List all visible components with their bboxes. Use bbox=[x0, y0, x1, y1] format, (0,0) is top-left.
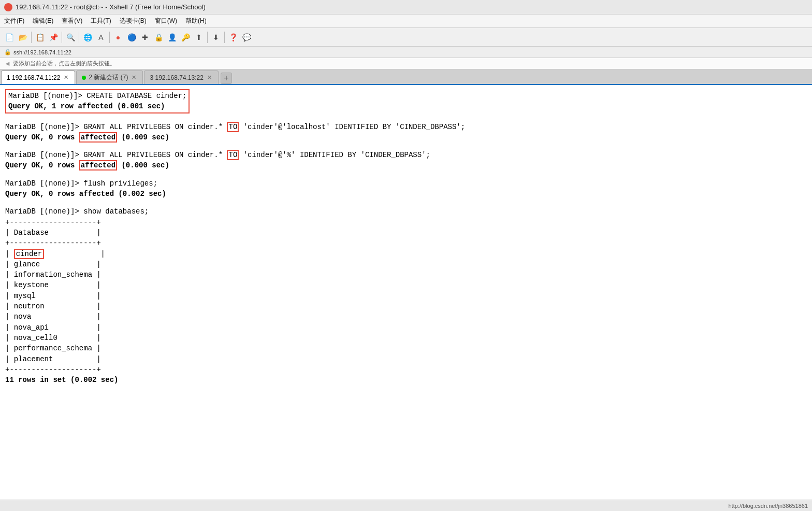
session-bar: 🔒 ssh://192.168.74.11:22 bbox=[0, 47, 812, 58]
terminal-line-8: Query OK, 0 rows affected (0.002 sec) bbox=[5, 189, 807, 199]
menu-view[interactable]: 查看(V) bbox=[62, 17, 82, 25]
status-text: http://blog.csdn.net/jn38651861 bbox=[728, 503, 808, 509]
app-icon bbox=[4, 3, 12, 11]
hint-bar: ◄ 要添加当前会话，点击左侧的箭头按钮。 bbox=[0, 58, 812, 69]
terminal-table-row-perf: | performance_schema | bbox=[5, 343, 807, 353]
terminal-table-header: | Database | bbox=[5, 228, 807, 238]
toolbar-new-btn[interactable]: 📄 bbox=[3, 31, 16, 44]
tab-2[interactable]: 2 新建会话 (7) ✕ bbox=[76, 70, 143, 84]
terminal-line-3: MariaDB [(none)]> GRANT ALL PRIVILEGES O… bbox=[5, 122, 807, 132]
hint-text: 要添加当前会话，点击左侧的箭头按钮。 bbox=[13, 60, 115, 67]
terminal-table-row-info: | information_schema | bbox=[5, 269, 807, 280]
tab-2-label: 2 新建会话 (7) bbox=[89, 73, 128, 82]
terminal-line-1: MariaDB [(none)]> CREATE DATABASE cinder… bbox=[8, 91, 186, 101]
tab-add-button[interactable]: + bbox=[221, 73, 232, 84]
terminal-table-sep: +--------------------+ bbox=[5, 238, 807, 248]
title-bar: 192.168.74.11:22 - root@ct:~ - Xshell 7 … bbox=[0, 0, 812, 15]
tab-1[interactable]: 1 192.168.74.11:22 ✕ bbox=[1, 70, 75, 84]
toolbar-paste-btn[interactable]: 📌 bbox=[47, 31, 60, 44]
terminal-table-row-keystone: | keystone | bbox=[5, 280, 807, 290]
menu-file[interactable]: 文件(F) bbox=[4, 17, 24, 25]
toolbar-red-btn[interactable]: ● bbox=[112, 31, 124, 44]
toolbar-key-btn[interactable]: 🔑 bbox=[179, 31, 192, 44]
toolbar-search-btn[interactable]: 🔍 bbox=[64, 31, 77, 44]
toolbar-download-btn[interactable]: ⬇ bbox=[210, 31, 222, 44]
tab-3-close[interactable]: ✕ bbox=[206, 74, 213, 81]
toolbar-open-btn[interactable]: 📂 bbox=[17, 31, 29, 44]
menu-bar: 文件(F) 编辑(E) 查看(V) 工具(T) 选项卡(B) 窗口(W) 帮助(… bbox=[0, 15, 812, 28]
toolbar-chat-btn[interactable]: 💬 bbox=[240, 31, 253, 44]
toolbar-user-btn[interactable]: 👤 bbox=[166, 31, 178, 44]
toolbar-sep-6 bbox=[224, 32, 225, 43]
terminal-line-9: MariaDB [(none)]> show databases; bbox=[5, 206, 807, 217]
terminal-line-5: MariaDB [(none)]> GRANT ALL PRIVILEGES O… bbox=[5, 150, 807, 160]
menu-help[interactable]: 帮助(H) bbox=[185, 17, 207, 25]
tab-1-close[interactable]: ✕ bbox=[63, 74, 69, 81]
tab-bar: 1 192.168.74.11:22 ✕ 2 新建会话 (7) ✕ 3 192.… bbox=[0, 69, 812, 85]
toolbar-globe-btn[interactable]: 🔵 bbox=[125, 31, 138, 44]
terminal-block-1: MariaDB [(none)]> CREATE DATABASE cinder… bbox=[5, 89, 190, 113]
toolbar-upload-btn[interactable]: ⬆ bbox=[193, 31, 205, 44]
terminal-table-row-placement: | placement | bbox=[5, 354, 807, 364]
tab-3[interactable]: 3 192.168.74.13:22 ✕ bbox=[144, 70, 218, 84]
menu-tabs[interactable]: 选项卡(B) bbox=[120, 17, 147, 25]
tab-3-label: 3 192.168.74.13:22 bbox=[150, 74, 203, 81]
terminal-table-row-nova-cell0: | nova_cell0 | bbox=[5, 333, 807, 343]
menu-tools[interactable]: 工具(T) bbox=[91, 17, 111, 25]
terminal[interactable]: MariaDB [(none)]> CREATE DATABASE cinder… bbox=[0, 85, 812, 500]
tab-2-dot bbox=[82, 76, 86, 80]
toolbar-cross-btn[interactable]: ✚ bbox=[139, 31, 151, 44]
toolbar-copy-btn[interactable]: 📋 bbox=[34, 31, 46, 44]
terminal-table-row-mysql: | mysql | bbox=[5, 291, 807, 301]
tab-2-close[interactable]: ✕ bbox=[130, 74, 137, 81]
menu-window[interactable]: 窗口(W) bbox=[155, 17, 177, 25]
toolbar-sep-2 bbox=[62, 32, 62, 43]
toolbar: 📄 📂 📋 📌 🔍 🌐 A ● 🔵 ✚ 🔒 👤 🔑 ⬆ ⬇ ❓ 💬 bbox=[0, 28, 812, 47]
toolbar-help-btn[interactable]: ❓ bbox=[227, 31, 239, 44]
toolbar-script-btn[interactable]: A bbox=[95, 31, 107, 44]
terminal-table-row-nova: | nova | bbox=[5, 311, 807, 322]
terminal-table-bottom: +--------------------+ bbox=[5, 364, 807, 375]
session-url: ssh://192.168.74.11:22 bbox=[13, 49, 71, 55]
status-bar: http://blog.csdn.net/jn38651861 bbox=[0, 500, 812, 511]
title-text: 192.168.74.11:22 - root@ct:~ - Xshell 7 … bbox=[16, 3, 206, 11]
toolbar-sep-5 bbox=[207, 32, 208, 43]
terminal-line-6: Query OK, 0 rows affected (0.000 sec) bbox=[5, 160, 807, 171]
toolbar-connect-btn[interactable]: 🌐 bbox=[81, 31, 94, 44]
toolbar-sep-1 bbox=[31, 32, 32, 43]
terminal-rowcount: 11 rows in set (0.002 sec) bbox=[5, 375, 807, 385]
tab-1-label: 1 192.168.74.11:22 bbox=[7, 74, 60, 81]
terminal-table-row-cinder: | cinder | bbox=[5, 249, 807, 259]
session-lock-icon: 🔒 bbox=[4, 49, 11, 55]
terminal-line-7: MariaDB [(none)]> flush privileges; bbox=[5, 178, 807, 189]
menu-edit[interactable]: 编辑(E) bbox=[33, 17, 53, 25]
terminal-table-row-nova-api: | nova_api | bbox=[5, 322, 807, 333]
terminal-table-row-glance: | glance | bbox=[5, 259, 807, 269]
terminal-table-top: +--------------------+ bbox=[5, 217, 807, 228]
toolbar-sep-3 bbox=[79, 32, 79, 43]
terminal-line-4: Query OK, 0 rows affected (0.009 sec) bbox=[5, 132, 807, 143]
hint-arrow-icon: ◄ bbox=[4, 60, 11, 67]
toolbar-sep-4 bbox=[109, 32, 110, 43]
terminal-table-row-neutron: | neutron | bbox=[5, 301, 807, 311]
terminal-line-2: Query OK, 1 row affected (0.001 sec) bbox=[8, 101, 186, 111]
toolbar-lock-btn[interactable]: 🔒 bbox=[152, 31, 165, 44]
